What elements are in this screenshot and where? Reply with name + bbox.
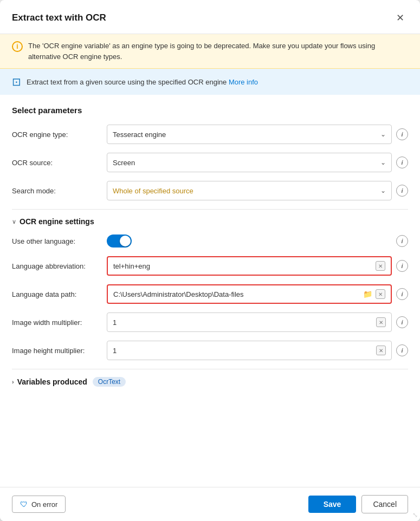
image-width-multiplier-input[interactable]: 1 ✕: [107, 312, 392, 332]
ocr-source-label: OCR source:: [12, 159, 107, 167]
use-other-language-control: i: [107, 235, 408, 248]
info-banner-text: Extract text from a given source using t…: [27, 78, 258, 86]
warning-text: The 'OCR engine variable' as an engine t…: [28, 41, 408, 62]
image-width-multiplier-clear-btn[interactable]: ✕: [376, 317, 386, 327]
ocr-engine-type-label: OCR engine type:: [12, 131, 107, 139]
close-button[interactable]: ✕: [392, 10, 408, 26]
info-banner: ⊡ Extract text from a given source using…: [0, 69, 420, 95]
variables-produced-toggle[interactable]: › Variables produced: [12, 377, 87, 386]
folder-icon[interactable]: 📁: [363, 290, 372, 298]
dialog-title: Extract text with OCR: [12, 12, 106, 23]
image-height-multiplier-info-btn[interactable]: i: [396, 344, 408, 356]
on-error-button[interactable]: 🛡 On error: [12, 496, 66, 513]
image-height-multiplier-clear-btn[interactable]: ✕: [376, 346, 386, 355]
ocr-source-info-btn[interactable]: i: [396, 157, 408, 168]
ocr-engine-type-row: OCR engine type: Tesseract engine ⌄ i: [12, 125, 408, 144]
ocr-engine-type-info-btn[interactable]: i: [396, 128, 408, 140]
search-mode-dropdown[interactable]: Whole of specified source ⌄: [107, 181, 392, 200]
language-data-path-info-btn[interactable]: i: [396, 288, 408, 300]
footer-right: Save Cancel: [308, 495, 408, 513]
image-height-multiplier-label: Image height multiplier:: [12, 347, 107, 355]
ocr-source-row: OCR source: Screen ⌄ i: [12, 153, 408, 172]
ocr-text-badge: OcrText: [93, 377, 126, 387]
search-mode-chevron: ⌄: [380, 187, 386, 194]
ocr-engine-settings-title: OCR engine settings: [20, 217, 94, 226]
footer: 🛡 On error Save Cancel: [0, 487, 420, 521]
warning-icon: i: [12, 41, 23, 52]
language-abbreviation-input[interactable]: tel+hin+eng ✕: [107, 256, 392, 276]
content-area: Select parameters OCR engine type: Tesse…: [0, 95, 420, 487]
image-width-multiplier-control: 1 ✕ i: [107, 312, 408, 332]
use-other-language-row: Use other language: i: [12, 235, 408, 248]
settings-chevron-icon: ∨: [12, 218, 16, 225]
warning-banner: i The 'OCR engine variable' as an engine…: [0, 34, 420, 69]
variables-chevron-icon: ›: [12, 379, 14, 385]
image-height-multiplier-input[interactable]: 1 ✕: [107, 341, 392, 360]
language-abbreviation-info-btn[interactable]: i: [396, 260, 408, 272]
language-abbreviation-row: Language abbreviation: tel+hin+eng ✕ i: [12, 256, 408, 276]
language-abbreviation-clear-btn[interactable]: ✕: [376, 261, 385, 271]
search-mode-info-btn[interactable]: i: [396, 185, 408, 197]
image-width-multiplier-label: Image width multiplier:: [12, 318, 107, 327]
dialog: Extract text with OCR ✕ i The 'OCR engin…: [0, 0, 420, 521]
dialog-header: Extract text with OCR ✕: [0, 0, 420, 34]
ocr-engine-type-dropdown[interactable]: Tesseract engine ⌄: [107, 125, 392, 144]
language-data-path-input[interactable]: C:\Users\Administrator\Desktop\Data-file…: [107, 284, 392, 304]
params-section-title: Select parameters: [12, 106, 408, 115]
ocr-source-control: Screen ⌄ i: [107, 153, 408, 172]
search-mode-control: Whole of specified source ⌄ i: [107, 181, 408, 200]
use-other-language-info-btn[interactable]: i: [396, 235, 408, 247]
image-height-multiplier-row: Image height multiplier: 1 ✕ i: [12, 341, 408, 360]
ocr-engine-settings-section[interactable]: ∨ OCR engine settings: [12, 217, 408, 226]
divider-2: [12, 369, 408, 369]
ocr-engine-type-chevron: ⌄: [380, 131, 386, 138]
ocr-engine-type-control: Tesseract engine ⌄ i: [107, 125, 408, 144]
language-abbreviation-control: tel+hin+eng ✕ i: [107, 256, 408, 276]
language-abbreviation-label: Language abbreviation:: [12, 262, 107, 270]
image-width-multiplier-row: Image width multiplier: 1 ✕ i: [12, 312, 408, 332]
resize-handle[interactable]: ⤡: [412, 511, 418, 519]
image-height-multiplier-control: 1 ✕ i: [107, 341, 408, 360]
language-data-path-label: Language data path:: [12, 290, 107, 298]
toggle-knob: [120, 236, 131, 246]
language-data-path-clear-btn[interactable]: ✕: [376, 289, 385, 299]
more-info-link[interactable]: More info: [229, 78, 258, 86]
ocr-source-dropdown[interactable]: Screen ⌄: [107, 153, 392, 172]
search-mode-row: Search mode: Whole of specified source ⌄…: [12, 181, 408, 200]
language-data-path-row: Language data path: C:\Users\Administrat…: [12, 284, 408, 304]
save-button[interactable]: Save: [308, 496, 357, 513]
divider: [12, 209, 408, 210]
ocr-source-chevron: ⌄: [380, 159, 386, 166]
use-other-language-label: Use other language:: [12, 237, 107, 245]
variables-produced-row: › Variables produced OcrText: [12, 377, 408, 387]
use-other-language-toggle[interactable]: [107, 235, 132, 248]
shield-icon: 🛡: [20, 500, 28, 509]
language-data-path-control: C:\Users\Administrator\Desktop\Data-file…: [107, 284, 408, 304]
image-width-multiplier-info-btn[interactable]: i: [396, 316, 408, 328]
search-mode-label: Search mode:: [12, 187, 107, 195]
cancel-button[interactable]: Cancel: [361, 495, 408, 513]
ocr-icon: ⊡: [12, 75, 21, 88]
